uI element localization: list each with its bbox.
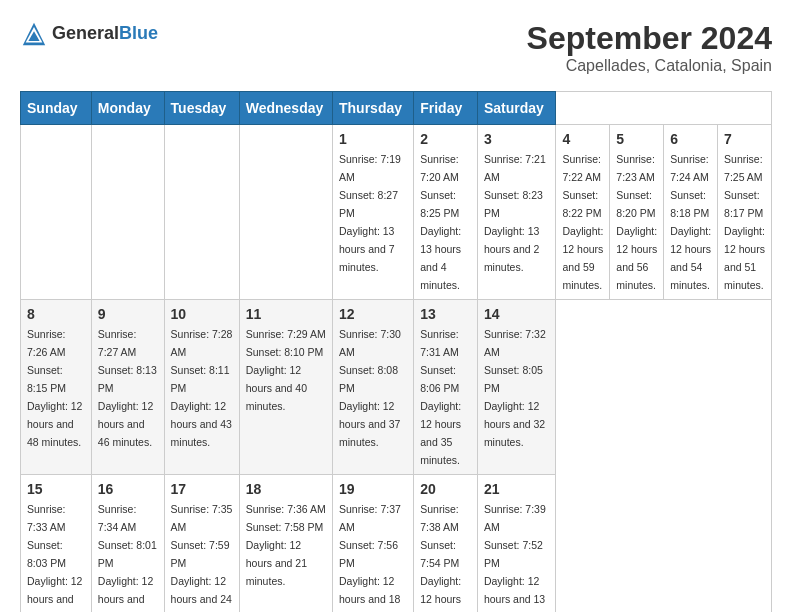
header: General Blue September 2024 Capellades, … bbox=[20, 20, 772, 75]
calendar-day-15: 15Sunrise: 7:33 AMSunset: 8:03 PMDayligh… bbox=[21, 475, 92, 613]
calendar-day-18: 18Sunrise: 7:36 AMSunset: 7:58 PMDayligh… bbox=[239, 475, 332, 613]
day-number: 15 bbox=[27, 481, 85, 497]
day-info: Sunrise: 7:32 AMSunset: 8:05 PMDaylight:… bbox=[484, 328, 546, 448]
day-number: 3 bbox=[484, 131, 550, 147]
calendar-header-row: SundayMondayTuesdayWednesdayThursdayFrid… bbox=[21, 92, 772, 125]
calendar-day-9: 9Sunrise: 7:27 AMSunset: 8:13 PMDaylight… bbox=[91, 300, 164, 475]
calendar-week-2: 8Sunrise: 7:26 AMSunset: 8:15 PMDaylight… bbox=[21, 300, 772, 475]
calendar-header-wednesday: Wednesday bbox=[239, 92, 332, 125]
day-info: Sunrise: 7:20 AMSunset: 8:25 PMDaylight:… bbox=[420, 153, 461, 291]
calendar-day-12: 12Sunrise: 7:30 AMSunset: 8:08 PMDayligh… bbox=[333, 300, 414, 475]
day-info: Sunrise: 7:27 AMSunset: 8:13 PMDaylight:… bbox=[98, 328, 157, 448]
day-info: Sunrise: 7:33 AMSunset: 8:03 PMDaylight:… bbox=[27, 503, 82, 612]
day-info: Sunrise: 7:29 AMSunset: 8:10 PMDaylight:… bbox=[246, 328, 326, 412]
day-info: Sunrise: 7:37 AMSunset: 7:56 PMDaylight:… bbox=[339, 503, 401, 612]
calendar-empty-cell bbox=[239, 125, 332, 300]
calendar-empty-cell bbox=[21, 125, 92, 300]
calendar-day-17: 17Sunrise: 7:35 AMSunset: 7:59 PMDayligh… bbox=[164, 475, 239, 613]
day-number: 14 bbox=[484, 306, 550, 322]
day-info: Sunrise: 7:30 AMSunset: 8:08 PMDaylight:… bbox=[339, 328, 401, 448]
calendar-empty-cell bbox=[164, 125, 239, 300]
day-number: 2 bbox=[420, 131, 471, 147]
day-info: Sunrise: 7:24 AMSunset: 8:18 PMDaylight:… bbox=[670, 153, 711, 291]
day-number: 19 bbox=[339, 481, 407, 497]
calendar-day-4: 4Sunrise: 7:22 AMSunset: 8:22 PMDaylight… bbox=[556, 125, 610, 300]
calendar-header-saturday: Saturday bbox=[477, 92, 556, 125]
logo-text: General Blue bbox=[52, 24, 158, 44]
day-info: Sunrise: 7:21 AMSunset: 8:23 PMDaylight:… bbox=[484, 153, 546, 273]
calendar-day-7: 7Sunrise: 7:25 AMSunset: 8:17 PMDaylight… bbox=[718, 125, 772, 300]
calendar-day-1: 1Sunrise: 7:19 AMSunset: 8:27 PMDaylight… bbox=[333, 125, 414, 300]
day-number: 16 bbox=[98, 481, 158, 497]
day-number: 12 bbox=[339, 306, 407, 322]
day-number: 20 bbox=[420, 481, 471, 497]
day-number: 9 bbox=[98, 306, 158, 322]
day-info: Sunrise: 7:39 AMSunset: 7:52 PMDaylight:… bbox=[484, 503, 546, 612]
calendar-header-sunday: Sunday bbox=[21, 92, 92, 125]
day-number: 5 bbox=[616, 131, 657, 147]
calendar-day-19: 19Sunrise: 7:37 AMSunset: 7:56 PMDayligh… bbox=[333, 475, 414, 613]
logo: General Blue bbox=[20, 20, 158, 48]
day-number: 6 bbox=[670, 131, 711, 147]
calendar-day-21: 21Sunrise: 7:39 AMSunset: 7:52 PMDayligh… bbox=[477, 475, 556, 613]
calendar-day-16: 16Sunrise: 7:34 AMSunset: 8:01 PMDayligh… bbox=[91, 475, 164, 613]
day-number: 8 bbox=[27, 306, 85, 322]
logo-general: General bbox=[52, 24, 119, 44]
calendar-header-friday: Friday bbox=[414, 92, 478, 125]
calendar-day-5: 5Sunrise: 7:23 AMSunset: 8:20 PMDaylight… bbox=[610, 125, 664, 300]
calendar-day-11: 11Sunrise: 7:29 AMSunset: 8:10 PMDayligh… bbox=[239, 300, 332, 475]
calendar-day-14: 14Sunrise: 7:32 AMSunset: 8:05 PMDayligh… bbox=[477, 300, 556, 475]
day-number: 7 bbox=[724, 131, 765, 147]
day-info: Sunrise: 7:25 AMSunset: 8:17 PMDaylight:… bbox=[724, 153, 765, 291]
day-info: Sunrise: 7:26 AMSunset: 8:15 PMDaylight:… bbox=[27, 328, 82, 448]
day-number: 11 bbox=[246, 306, 326, 322]
page-title: September 2024 bbox=[527, 20, 772, 57]
page-subtitle: Capellades, Catalonia, Spain bbox=[527, 57, 772, 75]
calendar-day-20: 20Sunrise: 7:38 AMSunset: 7:54 PMDayligh… bbox=[414, 475, 478, 613]
logo-icon bbox=[20, 20, 48, 48]
day-info: Sunrise: 7:38 AMSunset: 7:54 PMDaylight:… bbox=[420, 503, 461, 612]
calendar-day-2: 2Sunrise: 7:20 AMSunset: 8:25 PMDaylight… bbox=[414, 125, 478, 300]
title-area: September 2024 Capellades, Catalonia, Sp… bbox=[527, 20, 772, 75]
day-info: Sunrise: 7:22 AMSunset: 8:22 PMDaylight:… bbox=[562, 153, 603, 291]
logo-blue: Blue bbox=[119, 24, 158, 44]
day-info: Sunrise: 7:36 AMSunset: 7:58 PMDaylight:… bbox=[246, 503, 326, 587]
day-info: Sunrise: 7:28 AMSunset: 8:11 PMDaylight:… bbox=[171, 328, 233, 448]
day-number: 17 bbox=[171, 481, 233, 497]
calendar-day-6: 6Sunrise: 7:24 AMSunset: 8:18 PMDaylight… bbox=[664, 125, 718, 300]
calendar-day-3: 3Sunrise: 7:21 AMSunset: 8:23 PMDaylight… bbox=[477, 125, 556, 300]
calendar: SundayMondayTuesdayWednesdayThursdayFrid… bbox=[20, 91, 772, 612]
day-info: Sunrise: 7:31 AMSunset: 8:06 PMDaylight:… bbox=[420, 328, 461, 466]
calendar-empty-cell bbox=[91, 125, 164, 300]
calendar-header-tuesday: Tuesday bbox=[164, 92, 239, 125]
day-info: Sunrise: 7:35 AMSunset: 7:59 PMDaylight:… bbox=[171, 503, 233, 612]
day-info: Sunrise: 7:34 AMSunset: 8:01 PMDaylight:… bbox=[98, 503, 157, 612]
calendar-week-3: 15Sunrise: 7:33 AMSunset: 8:03 PMDayligh… bbox=[21, 475, 772, 613]
day-info: Sunrise: 7:19 AMSunset: 8:27 PMDaylight:… bbox=[339, 153, 401, 273]
day-number: 4 bbox=[562, 131, 603, 147]
calendar-header-monday: Monday bbox=[91, 92, 164, 125]
calendar-day-13: 13Sunrise: 7:31 AMSunset: 8:06 PMDayligh… bbox=[414, 300, 478, 475]
day-number: 18 bbox=[246, 481, 326, 497]
day-number: 10 bbox=[171, 306, 233, 322]
calendar-day-8: 8Sunrise: 7:26 AMSunset: 8:15 PMDaylight… bbox=[21, 300, 92, 475]
calendar-week-1: 1Sunrise: 7:19 AMSunset: 8:27 PMDaylight… bbox=[21, 125, 772, 300]
calendar-day-10: 10Sunrise: 7:28 AMSunset: 8:11 PMDayligh… bbox=[164, 300, 239, 475]
day-number: 13 bbox=[420, 306, 471, 322]
calendar-header-thursday: Thursday bbox=[333, 92, 414, 125]
day-info: Sunrise: 7:23 AMSunset: 8:20 PMDaylight:… bbox=[616, 153, 657, 291]
day-number: 1 bbox=[339, 131, 407, 147]
day-number: 21 bbox=[484, 481, 550, 497]
